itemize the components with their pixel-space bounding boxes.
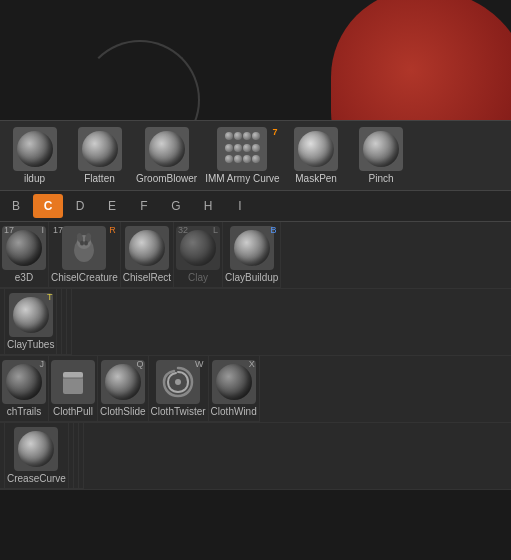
alpha-btn-I[interactable]: I (225, 194, 255, 218)
brush-grid-row-3: J chTrails ClothPull Q ClothSlide (0, 356, 511, 423)
brush-icon-flatten (78, 127, 122, 171)
brush-grid-row-4: Y CreaseCurve (0, 423, 511, 490)
brush-item-groomblower[interactable]: GroomBlower (132, 125, 201, 186)
claybuildup-label: ClayBuildup (225, 272, 278, 283)
clothtrails-sphere (6, 364, 42, 400)
brush-item-flatten[interactable]: Flatten (67, 125, 132, 186)
pinch-sphere (363, 131, 399, 167)
brush-cell-empty4 (67, 289, 72, 355)
imm-dot-1 (225, 132, 233, 140)
brush-cell-chiselcreature[interactable]: 17 R ChiselCreature (49, 222, 121, 288)
imm-dot-6 (234, 144, 242, 152)
chiselcreature-num: 17 (53, 225, 63, 235)
alpha-btn-G[interactable]: G (161, 194, 191, 218)
brush-cell-clothslide[interactable]: Q ClothSlide (98, 356, 149, 422)
e3d-key: I (41, 225, 44, 235)
brush-cell-chiselrect[interactable]: ChiselRect (121, 222, 174, 288)
brush-cell-clothpull[interactable]: ClothPull (49, 356, 98, 422)
imm-dot-4 (252, 132, 260, 140)
brush-cell-claytubes[interactable]: T ClayTubes (5, 289, 57, 355)
alphabet-filter-row: B C D E F G H I (0, 191, 511, 222)
claytubes-key: T (47, 292, 53, 302)
e3d-sphere (6, 230, 42, 266)
imm-dot-12 (252, 155, 260, 163)
groomblower-sphere (149, 131, 185, 167)
clothpull-svg (55, 364, 91, 400)
claytubes-label: ClayTubes (7, 339, 54, 350)
chiselcreature-key: R (109, 225, 116, 235)
alpha-btn-E[interactable]: E (97, 194, 127, 218)
flatten-sphere (82, 131, 118, 167)
imm-grid-icon (223, 130, 261, 168)
claytubes-sphere (13, 297, 49, 333)
brush-cell-clothtwister[interactable]: W ClothTwister (149, 356, 209, 422)
clothpull-icon (51, 360, 95, 404)
svg-rect-7 (63, 372, 83, 378)
alpha-btn-F[interactable]: F (129, 194, 159, 218)
immarmycurve-number: 7 (273, 127, 278, 137)
brush-cell-e3D[interactable]: 17 I e3D (0, 222, 49, 288)
svg-point-4 (80, 241, 84, 246)
clothtwister-icon (156, 360, 200, 404)
e3d-num: 17 (4, 225, 14, 235)
alpha-btn-H[interactable]: H (193, 194, 223, 218)
brush-icon-pinch (359, 127, 403, 171)
flatten-label: Flatten (84, 173, 115, 184)
immarmycurve-label: IMM Army Curve (205, 173, 279, 184)
chiselcreature-label: ChiselCreature (51, 272, 118, 283)
claybuildup-key: B (270, 225, 276, 235)
brush-item-maskpen[interactable]: MaskPen (284, 125, 349, 186)
maskpen-label: MaskPen (295, 173, 337, 184)
clothtwister-svg (160, 364, 196, 400)
brush-cell-clothtrails[interactable]: J chTrails (0, 356, 49, 422)
alpha-btn-B[interactable]: B (1, 194, 31, 218)
imm-dot-11 (243, 155, 251, 163)
brush-cell-clothwind[interactable]: X ClothWind (209, 356, 260, 422)
brush-item-buildup[interactable]: ildup (2, 125, 67, 186)
clothslide-key: Q (137, 359, 144, 369)
brush-icon-maskpen (294, 127, 338, 171)
clothwind-sphere (216, 364, 252, 400)
imm-dot-7 (243, 144, 251, 152)
clay-icon (176, 226, 220, 270)
brush-cell-claybuildup[interactable]: B ClayBuildup (223, 222, 281, 288)
brush-cell-clay[interactable]: 32 L Clay (174, 222, 223, 288)
brush-icon-buildup (13, 127, 57, 171)
brush-grid-row-1: 17 I e3D 17 R ChiselCreature (0, 222, 511, 289)
clothtwister-key: W (195, 359, 204, 369)
pinch-label: Pinch (369, 173, 394, 184)
clothslide-sphere (105, 364, 141, 400)
creasecurve-icon (14, 427, 58, 471)
clothslide-label: ClothSlide (100, 406, 146, 417)
maskpen-sphere (298, 131, 334, 167)
imm-dot-10 (234, 155, 242, 163)
brush-palette-panel: ildup Flatten GroomBlower 7 (0, 120, 511, 490)
imm-dot-2 (234, 132, 242, 140)
imm-dot-3 (243, 132, 251, 140)
chiselcreature-icon (62, 226, 106, 270)
brush-cell-empty7 (79, 423, 84, 489)
chiselrect-icon (125, 226, 169, 270)
claybuildup-icon (230, 226, 274, 270)
claybuildup-sphere (234, 230, 270, 266)
brush-item-immarmycurve[interactable]: 7 IMM Army Curve (201, 125, 283, 186)
buildup-label: ildup (24, 173, 45, 184)
creasecurve-label: CreaseCurve (7, 473, 66, 484)
imm-dot-9 (225, 155, 233, 163)
brush-grid-row-2: T ClayTubes (0, 289, 511, 356)
brush-cell-creasecurve[interactable]: CreaseCurve (5, 423, 69, 489)
chiselrect-label: ChiselRect (123, 272, 171, 283)
brush-item-pinch[interactable]: Pinch (349, 125, 414, 186)
imm-dot-5 (225, 144, 233, 152)
chiselcreature-svg (66, 230, 102, 266)
brush-icon-groomblower (145, 127, 189, 171)
buildup-sphere (17, 131, 53, 167)
imm-dot-8 (252, 144, 260, 152)
clay-label: Clay (188, 272, 208, 283)
e3d-label: e3D (15, 272, 33, 283)
clothtwister-label: ClothTwister (151, 406, 206, 417)
alpha-btn-D[interactable]: D (65, 194, 95, 218)
alpha-btn-C[interactable]: C (33, 194, 63, 218)
svg-point-9 (175, 379, 181, 385)
clothpull-label: ClothPull (53, 406, 93, 417)
